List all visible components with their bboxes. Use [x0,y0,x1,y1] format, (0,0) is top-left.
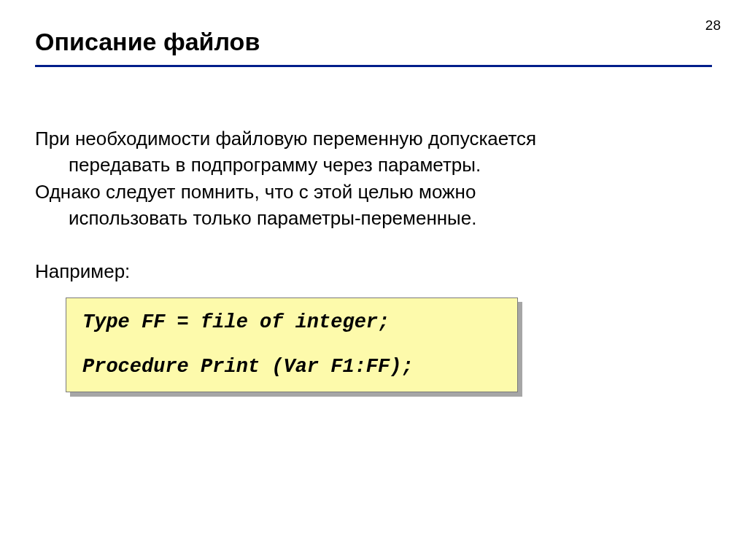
page-number: 28 [705,18,721,34]
paragraph-1: При необходимости файловую переменную до… [35,125,712,179]
code-line-1: Type FF = file of integer; [82,311,504,334]
slide-title: Описание файлов [35,28,712,56]
paragraph-2: Однако следует помнить, что с этой целью… [35,179,712,232]
paragraph-2-line-1: Однако следует помнить, что с этой целью… [35,181,476,203]
code-line-2: Procedure Print (Var F1:FF); [82,356,504,378]
spacer [35,232,712,258]
slide: 28 Описание файлов При необходимости фай… [0,0,747,560]
code-blank-line [82,334,504,356]
title-rule [35,65,712,67]
paragraph-2-line-2: использовать только параметры-переменные… [69,207,476,229]
paragraph-1-line-2: передавать в подпрограмму через параметр… [69,154,481,176]
code-box: Type FF = file of integer; Procedure Pri… [66,298,518,392]
paragraph-1-line-1: При необходимости файловую переменную до… [35,128,536,149]
example-label: Например: [35,258,712,284]
